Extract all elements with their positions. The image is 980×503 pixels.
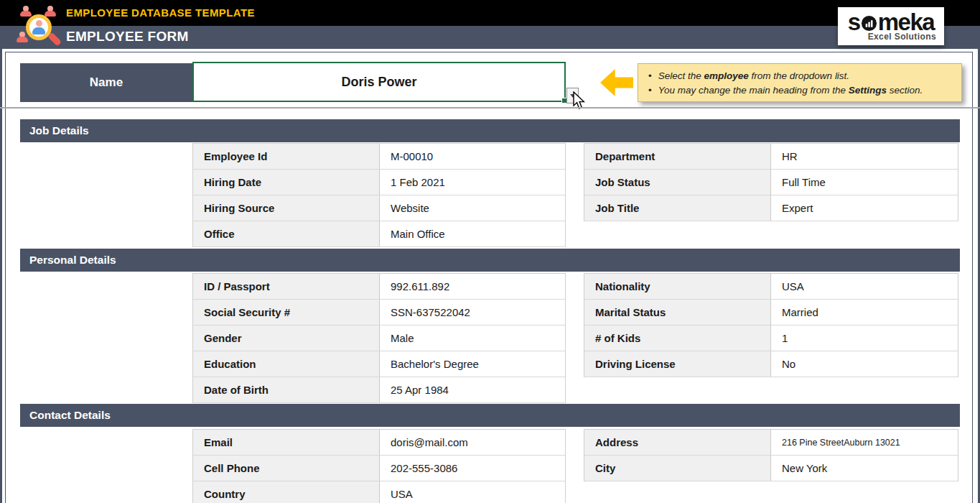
bullet-dot (648, 83, 658, 98)
field-value-cell-phone: 202-555-3086 (380, 456, 565, 481)
header-divider-line (0, 107, 980, 109)
field-label-country: Country (193, 481, 380, 503)
field-label-id-passport: ID / Passport (193, 274, 380, 299)
field-value-employee-id: M-00010 (380, 144, 565, 169)
row-job-title: Job TitleExpert (584, 195, 958, 221)
field-label-office: Office (193, 221, 380, 246)
brand-text-s: s (848, 11, 860, 33)
note-text: Select the employee from the dropdown li… (658, 69, 849, 83)
row-hiring-source: Hiring SourceWebsite (193, 195, 565, 221)
field-label-job-status: Job Status (584, 170, 771, 195)
employee-name-dropdown-cell[interactable]: Doris Power (192, 62, 566, 102)
note-bullet: You may change the main heading from the… (648, 83, 954, 98)
instruction-note: Select the employee from the dropdown li… (638, 63, 962, 102)
field-label-education: Education (193, 351, 380, 377)
field-value-social-security: SSN-637522042 (380, 300, 565, 325)
field-label-of-kids: # of Kids (584, 326, 771, 351)
personal-details-left-table: ID / Passport992.611.892Social Security … (192, 273, 566, 403)
field-value-education: Bachelor's Degree (380, 351, 565, 377)
row-job-status: Job StatusFull Time (584, 170, 958, 195)
field-value-office: Main Office (380, 221, 565, 246)
field-value-job-title: Expert (771, 195, 958, 221)
personal-details-right-table: NationalityUSAMarital StatusMarried# of … (584, 273, 958, 377)
row-employee-id: Employee IdM-00010 (193, 144, 565, 170)
chart-o-icon (861, 15, 877, 32)
job-details-left-table: Employee IdM-00010Hiring Date1 Feb 2021H… (192, 143, 566, 247)
field-label-department: Department (584, 144, 771, 169)
section-header-job-details: Job Details (20, 119, 960, 142)
row-of-kids: # of Kids1 (584, 326, 958, 351)
field-label-job-title: Job Title (584, 195, 771, 221)
person-icon (17, 32, 28, 42)
field-label-social-security: Social Security # (193, 300, 380, 325)
note-text: You may change the main heading from the… (658, 83, 923, 98)
field-label-gender: Gender (193, 326, 380, 351)
row-education: EducationBachelor's Degree (193, 351, 565, 377)
row-marital-status: Marital StatusMarried (584, 300, 958, 326)
field-value-of-kids: 1 (771, 326, 958, 351)
row-social-security: Social Security #SSN-637522042 (193, 300, 565, 326)
row-cell-phone: Cell Phone202-555-3086 (193, 456, 565, 481)
row-driving-license: Driving LicenseNo (584, 351, 958, 377)
field-label-nationality: Nationality (584, 274, 771, 299)
field-value-country: USA (380, 481, 565, 503)
row-nationality: NationalityUSA (584, 274, 958, 300)
window-left-edge (0, 49, 2, 503)
field-label-date-of-birth: Date of Birth (193, 377, 380, 402)
contact-details-right-table: Address216 Pine StreetAuburn 13021CityNe… (584, 429, 958, 481)
section-header-contact-details: Contact Details (20, 404, 960, 427)
row-hiring-date: Hiring Date1 Feb 2021 (193, 170, 565, 195)
row-gender: GenderMale (193, 326, 565, 351)
row-date-of-birth: Date of Birth25 Apr 1984 (193, 377, 565, 403)
field-label-marital-status: Marital Status (584, 300, 771, 325)
row-address: Address216 Pine StreetAuburn 13021 (584, 430, 958, 456)
row-email: Emaildoris@mail.com (193, 430, 565, 456)
field-value-gender: Male (380, 326, 565, 351)
brand-text-rest: meka (878, 11, 934, 33)
field-value-email: doris@mail.com (380, 430, 565, 455)
job-details-right-table: DepartmentHRJob StatusFull TimeJob Title… (584, 143, 958, 221)
app-title: EMPLOYEE DATABASE TEMPLATE (66, 6, 255, 19)
employee-form-window: EMPLOYEE DATABASE TEMPLATE EMPLOYEE FORM… (0, 0, 980, 503)
row-office: OfficeMain Office (193, 221, 565, 247)
field-label-email: Email (193, 430, 380, 455)
field-value-hiring-date: 1 Feb 2021 (380, 170, 565, 195)
field-value-city: New York (771, 456, 958, 481)
field-label-driving-license: Driving License (584, 351, 771, 377)
field-value-address: 216 Pine StreetAuburn 13021 (771, 430, 958, 455)
field-value-date-of-birth: 25 Apr 1984 (380, 377, 565, 402)
row-id-passport: ID / Passport992.611.892 (193, 274, 565, 300)
bullet-dot (648, 69, 658, 83)
contact-details-left-table: Emaildoris@mail.comCell Phone202-555-308… (192, 429, 566, 503)
section-header-personal-details: Personal Details (20, 249, 960, 272)
row-country: CountryUSA (193, 481, 565, 503)
field-value-id-passport: 992.611.892 (380, 274, 565, 299)
field-value-marital-status: Married (771, 300, 958, 325)
employee-search-logo-icon (14, 3, 63, 47)
field-label-employee-id: Employee Id (193, 144, 380, 169)
field-label-hiring-date: Hiring Date (193, 170, 380, 195)
person-icon (45, 6, 56, 17)
person-icon (20, 6, 32, 17)
field-value-hiring-source: Website (380, 195, 565, 221)
someka-logo: s meka Excel Solutions (838, 7, 944, 45)
field-label-hiring-source: Hiring Source (193, 195, 380, 221)
field-value-job-status: Full Time (771, 170, 958, 195)
brand-tagline: Excel Solutions (868, 32, 944, 42)
field-label-address: Address (584, 430, 771, 455)
field-label-cell-phone: Cell Phone (193, 456, 380, 481)
field-value-driving-license: No (771, 351, 958, 377)
magnifier-handle-icon (47, 32, 62, 47)
field-value-nationality: USA (771, 274, 958, 299)
name-field-label: Name (20, 63, 192, 102)
field-value-department: HR (771, 144, 958, 169)
field-label-city: City (584, 456, 771, 481)
note-bullet: Select the employee from the dropdown li… (648, 69, 954, 83)
page-title: EMPLOYEE FORM (66, 29, 189, 45)
row-department: DepartmentHR (584, 144, 958, 170)
someka-wordmark: s meka (848, 11, 934, 33)
row-city: CityNew York (584, 456, 958, 481)
